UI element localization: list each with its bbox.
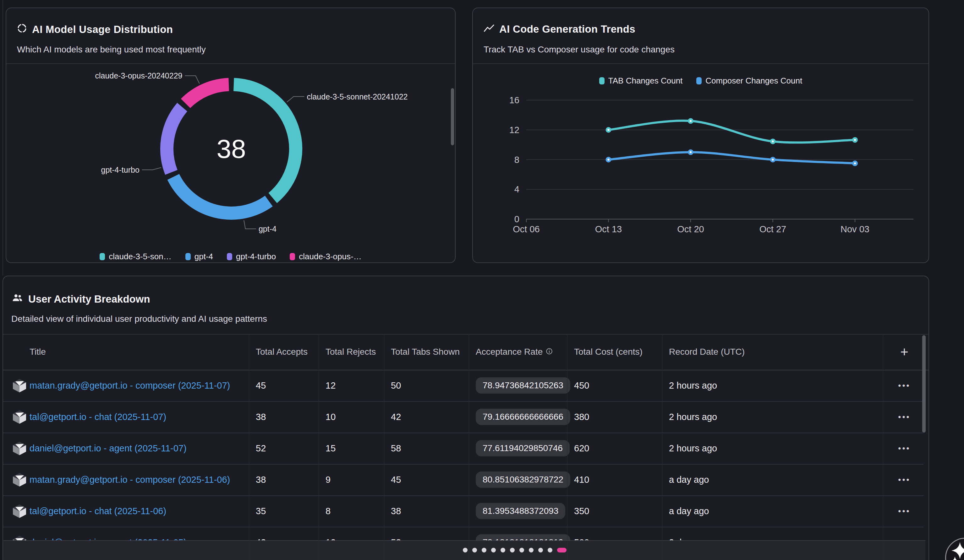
acceptance-rate-badge: 77.61194029850746 [476,440,570,456]
row-value-cell: 9 [326,464,331,495]
ai-assistant-button[interactable] [945,538,964,560]
pagination-dot-8[interactable] [529,548,534,552]
donut-callout-label: claude-3-opus-20240229 [95,71,182,80]
record-date-cell: 2 hours ago [669,401,717,433]
table-row: daniel@getport.io - agent (2025-11-07)52… [3,433,923,464]
more-options-icon[interactable]: ••• [896,506,912,516]
total-cost-cell: 350 [574,495,589,527]
user-activity-card: User Activity Breakdown Detailed view of… [3,276,929,560]
y-axis-tick-label: 8 [515,155,519,165]
pagination-dot-9[interactable] [538,548,543,552]
column-header-Total Accepts: Total Accepts [256,334,308,370]
legend-label: claude-3-opus-… [299,252,362,261]
acceptance-rate-badge: 80.85106382978722 [476,471,570,488]
row-actions-cell: ••• [883,433,926,464]
x-axis-tick-label: Oct 27 [759,224,786,234]
row-title-link[interactable]: matan.grady@getport.io - composer (2025-… [29,370,230,401]
column-header-Title: Title [29,334,46,370]
column-header-Total Cost (cents): Total Cost (cents) [574,334,643,370]
row-value-cell: 45 [256,370,266,401]
legend-label: gpt-4 [194,252,213,261]
acceptance-rate-cell: 78.94736842105263 [476,370,570,401]
pagination-dot-2[interactable] [472,548,477,552]
info-icon[interactable] [546,347,553,357]
more-options-icon[interactable]: ••• [896,412,912,422]
pagination-dot-4[interactable] [491,548,496,552]
y-axis-tick-label: 4 [515,184,519,194]
acceptance-rate-cell: 77.61194029850746 [476,433,570,464]
table-scrollbar[interactable] [922,335,926,433]
donut-legend: claude-3-5-son…gpt-4gpt-4-turboclaude-3-… [6,252,455,261]
pagination-dots [463,548,567,552]
code-trends-card-title: AI Code Generation Trends [484,23,635,35]
column-divider [319,334,319,560]
acceptance-rate-cell: 81.3953488372093 [476,495,565,527]
pagination-dot-3[interactable] [482,548,486,552]
column-header-Record Date (UTC): Record Date (UTC) [669,334,745,370]
code-trends-card-subtitle: Track TAB vs Composer usage for code cha… [484,45,675,55]
pagination-dot-1[interactable] [463,548,467,552]
table-row: tal@getport.io - chat (2025-11-06)358388… [3,495,923,528]
more-options-icon[interactable]: ••• [896,443,912,454]
column-header-label: Record Date (UTC) [669,347,745,357]
row-value-cell: 10 [326,401,335,433]
model-usage-card-subtitle: Which AI models are being used most freq… [17,45,206,55]
pagination-dot-7[interactable] [519,548,524,552]
pagination-dot-10[interactable] [548,548,552,552]
pagination-dot-11[interactable] [557,548,567,552]
legend-swatch-icon [99,253,105,260]
x-axis-tick-label: Oct 13 [595,224,622,234]
legend-swatch-icon [290,253,295,260]
donut-center-total: 38 [217,134,246,164]
code-trends-card-title-text: AI Code Generation Trends [499,23,635,35]
line-series-TAB Changes Count [609,121,855,143]
more-options-icon[interactable]: ••• [896,475,912,485]
pagination-dot-6[interactable] [510,548,515,552]
entity-gem-icon [12,464,27,495]
entity-gem-icon [12,370,27,401]
row-value-cell: 50 [391,370,401,401]
column-header-label: Total Cost (cents) [574,347,643,357]
pagination-dot-5[interactable] [500,548,505,552]
y-axis-tick-label: 0 [515,214,519,224]
donut-callout-label: claude-3-5-sonnet-20241022 [307,92,407,101]
pagination-bar [3,540,925,560]
ai-usage-dashboard: { "colors": { "teal": "#52c6ca", "blue":… [0,0,964,560]
total-cost-cell: 410 [574,464,589,495]
acceptance-rate-cell: 79.16666666666666 [476,401,570,433]
donut-slice-gpt-4-turbo [167,107,182,172]
add-column-button[interactable]: + [883,334,926,370]
users-icon [11,292,23,306]
acceptance-rate-badge: 79.16666666666666 [476,409,570,425]
row-value-cell: 15 [326,433,335,464]
acceptance-rate-cell: 80.85106382978722 [476,464,570,495]
donut-callout-label: gpt-4-turbo [101,166,140,174]
row-title-link[interactable]: tal@getport.io - chat (2025-11-07) [29,401,166,433]
row-actions-cell: ••• [883,495,926,527]
row-value-cell: 45 [391,464,401,495]
model-card-scrollbar[interactable] [451,88,454,145]
entity-gem-icon [12,495,27,527]
more-options-icon[interactable]: ••• [896,380,912,391]
column-divider [883,334,883,560]
panel-edge-line [3,0,3,276]
row-value-cell: 38 [391,495,401,527]
legend-swatch-icon [186,253,191,260]
row-value-cell: 35 [256,495,266,527]
row-actions-cell: ••• [883,370,926,401]
row-title-link[interactable]: tal@getport.io - chat (2025-11-06) [29,495,166,527]
row-title-link[interactable]: matan.grady@getport.io - composer (2025-… [29,464,230,495]
row-actions-cell: ••• [883,464,926,495]
table-row: matan.grady@getport.io - composer (2025-… [3,370,923,402]
legend-item-gpt-4-turbo: gpt-4-turbo [227,252,276,261]
acceptance-rate-badge: 81.3953488372093 [476,503,565,519]
entity-gem-icon [12,401,27,433]
row-value-cell: 8 [326,495,331,527]
model-usage-donut-chart: claude-3-5-sonnet-20241022gpt-4gpt-4-tur… [6,63,455,242]
trending-up-icon [484,23,494,35]
legend-swatch-icon [227,253,232,260]
row-title-link[interactable]: daniel@getport.io - agent (2025-11-07) [29,433,187,464]
model-usage-card-title: AI Model Usage Distribution [17,23,173,36]
row-value-cell: 52 [256,433,266,464]
table-header-row: + TitleTotal AcceptsTotal RejectsTotal T… [3,334,928,370]
